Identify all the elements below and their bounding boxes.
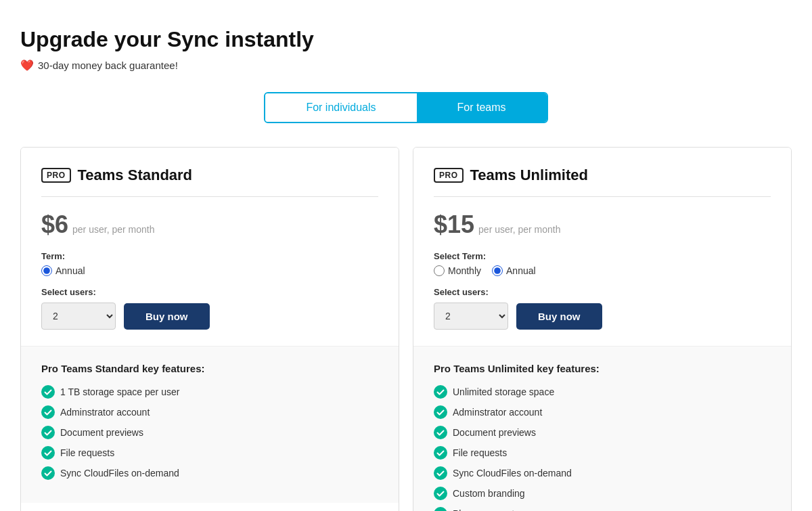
svg-point-10 bbox=[434, 487, 447, 500]
check-circle-icon bbox=[41, 405, 55, 419]
term-label: Term: bbox=[41, 251, 378, 261]
feature-item: Sync CloudFiles on-demand bbox=[41, 466, 378, 480]
term-label: Select Term: bbox=[434, 251, 771, 261]
feature-text: Unlimited storage space bbox=[453, 386, 554, 397]
svg-point-7 bbox=[434, 426, 447, 439]
buy-button[interactable]: Buy now bbox=[124, 303, 210, 330]
svg-point-11 bbox=[434, 507, 447, 511]
term-radio-group: Annual bbox=[41, 265, 378, 276]
users-select[interactable]: 2345101520 bbox=[434, 303, 508, 330]
feature-item: File requests bbox=[434, 446, 771, 460]
feature-text: File requests bbox=[60, 447, 114, 458]
check-circle-icon bbox=[41, 466, 55, 480]
features-title: Pro Teams Standard key features: bbox=[41, 363, 378, 374]
feature-text: Document previews bbox=[453, 427, 536, 438]
svg-point-6 bbox=[434, 405, 447, 419]
check-circle-icon bbox=[41, 426, 55, 439]
check-circle-icon bbox=[434, 446, 447, 460]
feature-item: File requests bbox=[41, 446, 378, 460]
plan-top: PRO Teams Unlimited $15 per user, per mo… bbox=[413, 148, 791, 347]
svg-point-5 bbox=[434, 385, 447, 399]
svg-point-9 bbox=[434, 466, 447, 480]
term-radio-group: Monthly Annual bbox=[434, 265, 771, 276]
check-circle-icon bbox=[434, 426, 447, 439]
toggle-wrapper: For individuals For teams bbox=[264, 92, 547, 123]
plan-top: PRO Teams Standard $6 per user, per mont… bbox=[21, 148, 399, 347]
feature-item: 1 TB storage space per user bbox=[41, 385, 378, 399]
pro-badge: PRO bbox=[434, 168, 464, 183]
users-select[interactable]: 2345101520 bbox=[41, 303, 116, 330]
feature-text: Adminstrator account bbox=[453, 407, 542, 418]
feature-text: Sync CloudFiles on-demand bbox=[60, 468, 179, 479]
svg-point-3 bbox=[41, 446, 55, 460]
plan-features: Pro Teams Unlimited key features: Unlimi… bbox=[413, 347, 791, 511]
guarantee-text: ❤️ 30-day money back guarantee! bbox=[20, 59, 792, 72]
feature-text: Custom branding bbox=[453, 488, 525, 499]
price-amount: $15 bbox=[434, 210, 474, 239]
price-row: $15 per user, per month bbox=[434, 210, 771, 239]
feature-item: Adminstrator account bbox=[41, 405, 378, 419]
plan-card-unlimited: PRO Teams Unlimited $15 per user, per mo… bbox=[413, 147, 792, 511]
feature-item: Sync CloudFiles on-demand bbox=[434, 466, 771, 480]
heart-icon: ❤️ bbox=[20, 59, 34, 72]
toggle-individuals[interactable]: For individuals bbox=[265, 93, 416, 122]
svg-point-2 bbox=[41, 426, 55, 439]
price-row: $6 per user, per month bbox=[41, 210, 378, 239]
feature-text: File requests bbox=[453, 447, 507, 458]
pro-badge: PRO bbox=[41, 168, 71, 183]
check-circle-icon bbox=[434, 487, 447, 500]
buy-button[interactable]: Buy now bbox=[516, 303, 602, 330]
features-title: Pro Teams Unlimited key features: bbox=[434, 363, 771, 374]
feature-item: Document previews bbox=[41, 426, 378, 439]
plans-container: PRO Teams Standard $6 per user, per mont… bbox=[20, 147, 792, 511]
plan-name: Teams Standard bbox=[78, 166, 193, 184]
select-users-label: Select users: bbox=[434, 287, 771, 297]
plan-toggle: For individuals For teams bbox=[20, 92, 792, 123]
plan-card-standard: PRO Teams Standard $6 per user, per mont… bbox=[20, 147, 399, 511]
plan-name-row: PRO Teams Unlimited bbox=[434, 166, 771, 197]
feature-item: Document previews bbox=[434, 426, 771, 439]
svg-point-4 bbox=[41, 466, 55, 480]
svg-point-8 bbox=[434, 446, 447, 460]
check-circle-icon bbox=[434, 466, 447, 480]
feature-text: Document previews bbox=[60, 427, 143, 438]
price-period: per user, per month bbox=[478, 224, 560, 235]
price-amount: $6 bbox=[41, 210, 68, 239]
price-period: per user, per month bbox=[72, 224, 154, 235]
plan-name-row: PRO Teams Standard bbox=[41, 166, 378, 197]
feature-item: Custom branding bbox=[434, 487, 771, 500]
plan-features: Pro Teams Standard key features: 1 TB st… bbox=[21, 347, 399, 503]
check-circle-icon bbox=[41, 385, 55, 399]
feature-item: Phone support bbox=[434, 507, 771, 511]
select-buy-row: 2345101520 Buy now bbox=[434, 303, 771, 330]
feature-item: Adminstrator account bbox=[434, 405, 771, 419]
select-users-label: Select users: bbox=[41, 287, 378, 297]
check-circle-icon bbox=[434, 405, 447, 419]
check-circle-icon bbox=[434, 385, 447, 399]
check-circle-icon bbox=[41, 446, 55, 460]
term-annual-option[interactable]: Annual bbox=[492, 265, 536, 276]
term-annual-option[interactable]: Annual bbox=[41, 265, 85, 276]
page-title: Upgrade your Sync instantly bbox=[20, 27, 792, 52]
feature-text: Phone support bbox=[453, 508, 514, 511]
plan-name: Teams Unlimited bbox=[470, 166, 588, 184]
toggle-teams[interactable]: For teams bbox=[417, 93, 547, 122]
svg-point-1 bbox=[41, 405, 55, 419]
term-monthly-option[interactable]: Monthly bbox=[434, 265, 481, 276]
feature-item: Unlimited storage space bbox=[434, 385, 771, 399]
feature-text: Adminstrator account bbox=[60, 407, 150, 418]
feature-text: 1 TB storage space per user bbox=[60, 386, 179, 397]
select-buy-row: 2345101520 Buy now bbox=[41, 303, 378, 330]
svg-point-0 bbox=[41, 385, 55, 399]
check-circle-icon bbox=[434, 507, 447, 511]
feature-text: Sync CloudFiles on-demand bbox=[453, 468, 572, 479]
